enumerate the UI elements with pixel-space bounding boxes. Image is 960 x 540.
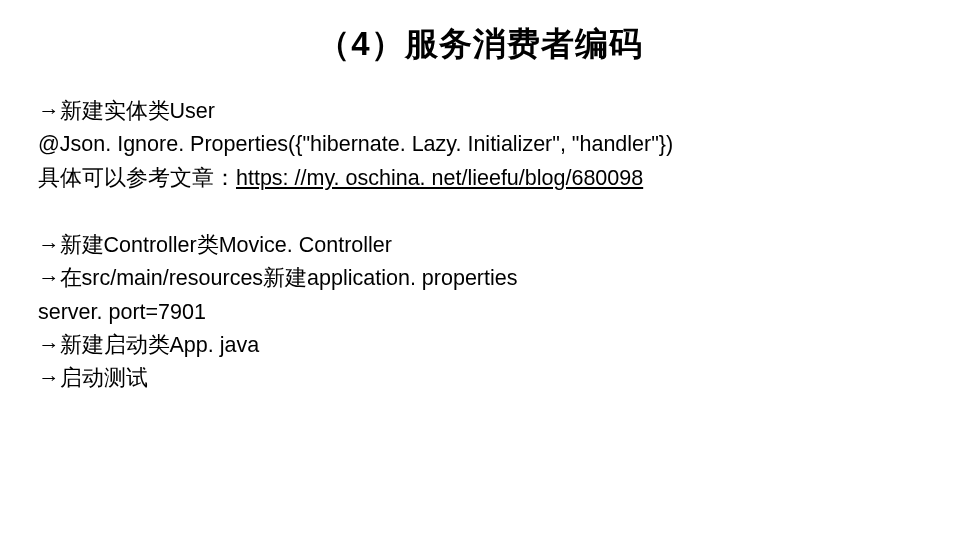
text: 新建实体类User <box>60 99 215 123</box>
arrow-icon: → <box>38 333 60 357</box>
text: 具体可以参考文章： <box>38 166 236 190</box>
line: →在src/main/resources新建application. prope… <box>38 262 922 295</box>
paragraph-2: →新建Controller类Movice. Controller →在src/m… <box>38 229 922 396</box>
text: 启动测试 <box>60 366 148 390</box>
arrow-icon: → <box>38 366 60 390</box>
line: server. port=7901 <box>38 296 922 329</box>
line: →新建实体类User <box>38 95 922 128</box>
reference-link[interactable]: https: //my. oschina. net/lieefu/blog/68… <box>236 166 643 190</box>
arrow-icon: → <box>38 266 60 290</box>
line: →启动测试 <box>38 362 922 395</box>
slide-title: （4）服务消费者编码 <box>38 22 922 67</box>
text: 新建启动类App. java <box>60 333 260 357</box>
arrow-icon: → <box>38 99 60 123</box>
line: →新建Controller类Movice. Controller <box>38 229 922 262</box>
arrow-icon: → <box>38 233 60 257</box>
line: @Json. Ignore. Properties({"hibernate. L… <box>38 128 922 161</box>
text: 新建Controller类Movice. Controller <box>60 233 392 257</box>
paragraph-1: →新建实体类User @Json. Ignore. Properties({"h… <box>38 95 922 195</box>
slide: （4）服务消费者编码 →新建实体类User @Json. Ignore. Pro… <box>0 0 960 540</box>
line: →新建启动类App. java <box>38 329 922 362</box>
text: @Json. Ignore. Properties({"hibernate. L… <box>38 132 673 156</box>
text: server. port=7901 <box>38 300 206 324</box>
text: 在src/main/resources新建application. proper… <box>60 266 518 290</box>
line: 具体可以参考文章：https: //my. oschina. net/lieef… <box>38 162 922 195</box>
spacer <box>38 195 922 229</box>
